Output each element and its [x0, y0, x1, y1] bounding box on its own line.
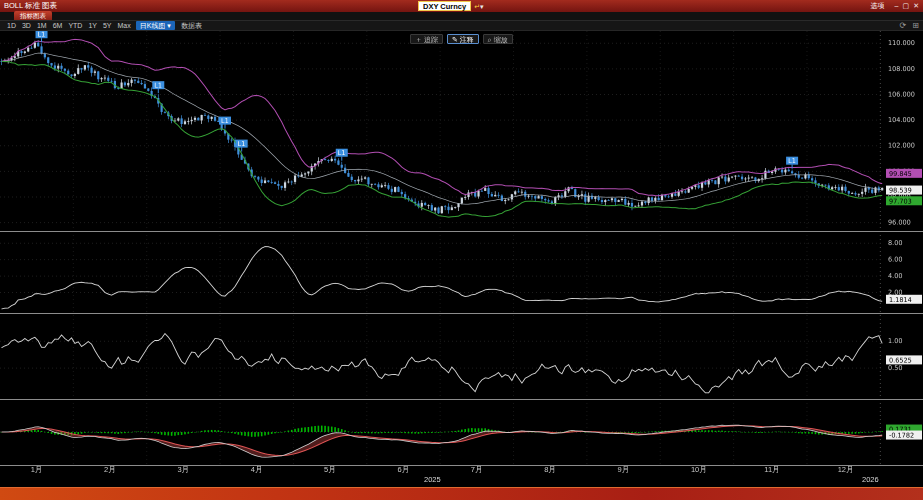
zoom-button[interactable]: ⌕ 缩放 [483, 34, 513, 44]
track-button[interactable]: ＋ 追踪 [410, 34, 443, 44]
chart-area: ＋ 追踪 ✎ 注释 ⌕ 缩放 [0, 31, 923, 467]
x-axis-months: 1月2月3月4月5月6月7月8月9月10月11月12月 [0, 464, 923, 475]
range-max[interactable]: Max [115, 22, 134, 29]
month-label: 11月 [764, 465, 779, 475]
window-controls: –▢✕ [891, 2, 919, 10]
range-3d[interactable]: 3D [19, 22, 34, 29]
security-input[interactable]: DXY Curncy [418, 1, 471, 11]
range-1m[interactable]: 1M [34, 22, 50, 29]
range-6m[interactable]: 6M [50, 22, 66, 29]
tab-indicator-chart[interactable]: 指标图表 [14, 11, 52, 20]
chart-type-dropdown[interactable]: 日K线图 ▾ [136, 21, 175, 30]
grid-icon[interactable]: ⊞ [912, 21, 919, 30]
x-axis-years: 2025 2026 [0, 475, 923, 486]
month-label: 7月 [471, 465, 483, 475]
month-label: 6月 [397, 465, 409, 475]
maximize-icon[interactable]: ▢ [903, 2, 910, 9]
title-bar: BOLL 标准 图表 DXY Curncy ↵▾ 选项 –▢✕ [0, 0, 923, 12]
refresh-icon[interactable]: ⟳ [900, 21, 907, 30]
close-icon[interactable]: ✕ [913, 2, 919, 9]
range-ytd[interactable]: YTD [65, 22, 85, 29]
year-2025-label: 2025 [424, 475, 441, 484]
month-label: 2月 [104, 465, 116, 475]
chart-tools: ＋ 追踪 ✎ 注释 ⌕ 缩放 [410, 34, 513, 44]
annotate-button[interactable]: ✎ 注释 [447, 34, 479, 44]
toolbar: 1D3D1M6MYTD1Y5YMax 日K线图 ▾ 数据表 ⟳⊞ [0, 21, 923, 31]
year-2026-label: 2026 [862, 475, 879, 484]
month-label: 12月 [838, 465, 854, 475]
month-label: 8月 [544, 465, 556, 475]
caret-down-icon: ▾ [480, 3, 484, 10]
data-table-button[interactable]: 数据表 [177, 21, 206, 31]
options-menu[interactable]: 选项 [871, 1, 885, 11]
toolbar-right-icons: ⟳⊞ [900, 21, 919, 30]
month-label: 5月 [324, 465, 336, 475]
tab-strip: 指标图表 [0, 12, 923, 21]
month-label: 10月 [691, 465, 707, 475]
footer-bar [0, 487, 923, 500]
month-label: 4月 [251, 465, 263, 475]
minimize-icon[interactable]: – [895, 2, 899, 9]
price-chart-canvas[interactable] [0, 31, 923, 467]
range-1d[interactable]: 1D [4, 22, 19, 29]
app-title: BOLL 标准 图表 [4, 1, 57, 11]
month-label: 9月 [618, 465, 630, 475]
range-5y[interactable]: 5Y [100, 22, 115, 29]
month-label: 3月 [177, 465, 189, 475]
terminal-window: BOLL 标准 图表 DXY Curncy ↵▾ 选项 –▢✕ 指标图表 1D3… [0, 0, 923, 500]
month-label: 1月 [31, 465, 43, 475]
range-1y[interactable]: 1Y [85, 22, 100, 29]
range-buttons: 1D3D1M6MYTD1Y5YMax [4, 22, 134, 29]
security-icons: ↵▾ [474, 2, 483, 11]
